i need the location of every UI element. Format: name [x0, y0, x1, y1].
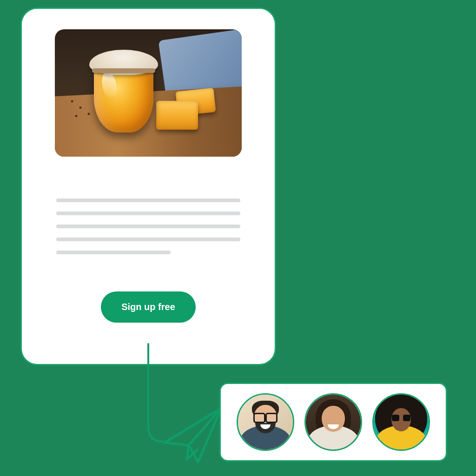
- text-line: [56, 251, 171, 254]
- subscriber-avatar-3: [372, 393, 430, 451]
- subscriber-avatar-2: [304, 393, 362, 451]
- paper-plane-icon: [162, 404, 227, 465]
- text-line: [56, 212, 240, 215]
- text-line: [56, 198, 240, 202]
- placeholder-text-lines: [56, 198, 240, 254]
- signup-button[interactable]: Sign up free: [101, 291, 196, 323]
- subscriber-avatar-1: [237, 393, 294, 451]
- hero-image: [55, 29, 242, 157]
- text-line: [56, 225, 240, 228]
- text-line: [56, 238, 240, 241]
- subscribers-card: [219, 383, 447, 462]
- signup-card: Sign up free: [20, 7, 276, 365]
